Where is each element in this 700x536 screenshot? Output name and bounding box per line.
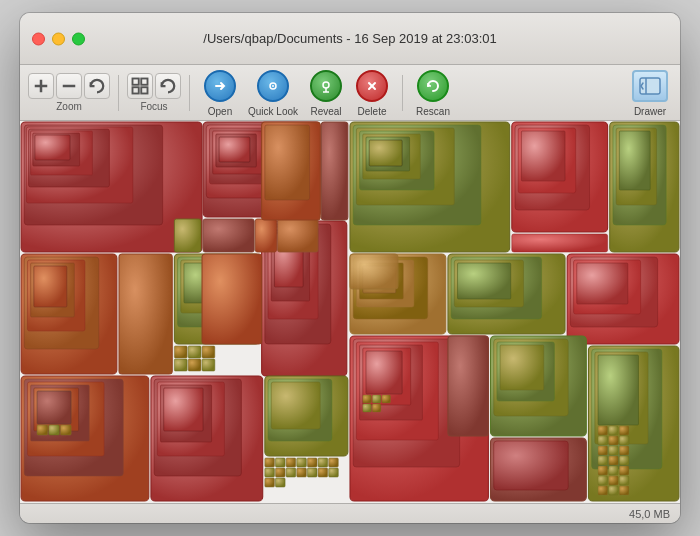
zoom-label: Zoom <box>56 101 82 112</box>
quicklook-icon-container <box>255 68 291 104</box>
svg-rect-151 <box>609 486 619 495</box>
svg-rect-95 <box>265 458 275 467</box>
svg-rect-141 <box>598 456 608 465</box>
svg-rect-97 <box>286 458 296 467</box>
delete-icon-container <box>354 68 390 104</box>
focus-grid-button[interactable] <box>127 73 153 99</box>
svg-rect-154 <box>203 219 254 252</box>
focus-label: Focus <box>140 101 167 112</box>
svg-rect-137 <box>619 436 629 445</box>
separator-2 <box>189 75 190 111</box>
svg-rect-48 <box>34 266 67 307</box>
svg-rect-4 <box>141 79 147 85</box>
svg-rect-135 <box>598 436 608 445</box>
svg-rect-153 <box>321 122 348 220</box>
svg-rect-14 <box>640 78 660 94</box>
close-button[interactable] <box>32 32 45 45</box>
svg-rect-163 <box>512 234 608 252</box>
svg-rect-96 <box>275 458 285 467</box>
svg-rect-58 <box>188 359 201 371</box>
reveal-action[interactable]: Reveal <box>304 68 348 117</box>
svg-rect-91 <box>164 388 203 431</box>
svg-rect-101 <box>329 458 339 467</box>
svg-rect-139 <box>609 446 619 455</box>
svg-rect-152 <box>619 486 629 495</box>
open-icon <box>204 70 236 102</box>
svg-rect-119 <box>382 395 391 403</box>
svg-rect-39 <box>521 131 565 181</box>
svg-rect-120 <box>363 404 372 412</box>
svg-rect-125 <box>500 345 544 390</box>
svg-point-9 <box>323 82 329 88</box>
maximize-button[interactable] <box>72 32 85 45</box>
open-label: Open <box>208 106 232 117</box>
rescan-action[interactable]: Rescan <box>411 68 455 117</box>
svg-rect-108 <box>329 468 339 477</box>
zoom-out-button[interactable] <box>56 73 82 99</box>
svg-rect-156 <box>278 219 318 252</box>
statusbar: 45,0 MB <box>20 503 680 523</box>
svg-rect-73 <box>458 263 511 299</box>
svg-rect-54 <box>174 346 187 358</box>
svg-rect-86 <box>60 425 71 435</box>
svg-rect-142 <box>609 456 619 465</box>
reveal-icon <box>310 70 342 102</box>
svg-rect-103 <box>275 468 285 477</box>
svg-rect-110 <box>275 478 285 487</box>
zoom-in-button[interactable] <box>28 73 54 99</box>
svg-rect-107 <box>318 468 328 477</box>
open-icon-container <box>202 68 238 104</box>
quicklook-action[interactable]: Quick Look <box>244 68 302 117</box>
svg-rect-102 <box>265 468 275 477</box>
svg-rect-35 <box>369 140 402 166</box>
svg-rect-150 <box>598 486 608 495</box>
svg-rect-5 <box>133 87 139 93</box>
treemap <box>20 121 680 503</box>
drawer-action[interactable]: Drawer <box>628 68 672 117</box>
minimize-button[interactable] <box>52 32 65 45</box>
svg-rect-99 <box>307 458 317 467</box>
content-area[interactable] <box>20 121 680 503</box>
open-action[interactable]: Open <box>198 68 242 117</box>
svg-rect-131 <box>598 355 638 425</box>
svg-rect-118 <box>372 395 381 403</box>
zoom-buttons-row <box>28 73 110 99</box>
svg-rect-109 <box>265 478 275 487</box>
svg-rect-22 <box>35 135 70 160</box>
zoom-reset-button[interactable] <box>84 73 110 99</box>
svg-rect-159 <box>174 219 201 252</box>
svg-rect-162 <box>350 254 398 289</box>
zoom-group: Zoom <box>28 73 110 112</box>
reveal-icon-container <box>308 68 344 104</box>
svg-rect-160 <box>202 254 262 344</box>
svg-rect-85 <box>49 425 60 435</box>
svg-rect-134 <box>619 426 629 435</box>
svg-rect-117 <box>363 395 372 403</box>
separator-1 <box>118 75 119 111</box>
svg-rect-100 <box>318 458 328 467</box>
drawer-icon-container <box>632 68 668 104</box>
svg-rect-28 <box>219 137 250 162</box>
focus-back-button[interactable] <box>155 73 181 99</box>
svg-rect-57 <box>174 359 187 371</box>
focus-buttons-row <box>127 73 181 99</box>
quicklook-icon <box>257 70 289 102</box>
rescan-icon-container <box>415 68 451 104</box>
svg-rect-138 <box>598 446 608 455</box>
drawer-label: Drawer <box>634 106 666 117</box>
rescan-icon <box>417 70 449 102</box>
svg-rect-98 <box>297 458 307 467</box>
window-title: /Users/qbap/Documents - 16 Sep 2019 at 2… <box>203 31 496 46</box>
svg-rect-161 <box>448 336 488 436</box>
drawer-icon <box>632 70 668 102</box>
delete-icon <box>356 70 388 102</box>
svg-rect-94 <box>271 382 320 429</box>
quicklook-label: Quick Look <box>248 106 298 117</box>
svg-rect-104 <box>286 468 296 477</box>
toolbar: Zoom <box>20 65 680 121</box>
svg-rect-146 <box>619 466 629 475</box>
svg-rect-106 <box>307 468 317 477</box>
svg-rect-158 <box>265 125 310 200</box>
svg-rect-3 <box>133 79 139 85</box>
delete-action[interactable]: Delete <box>350 68 394 117</box>
